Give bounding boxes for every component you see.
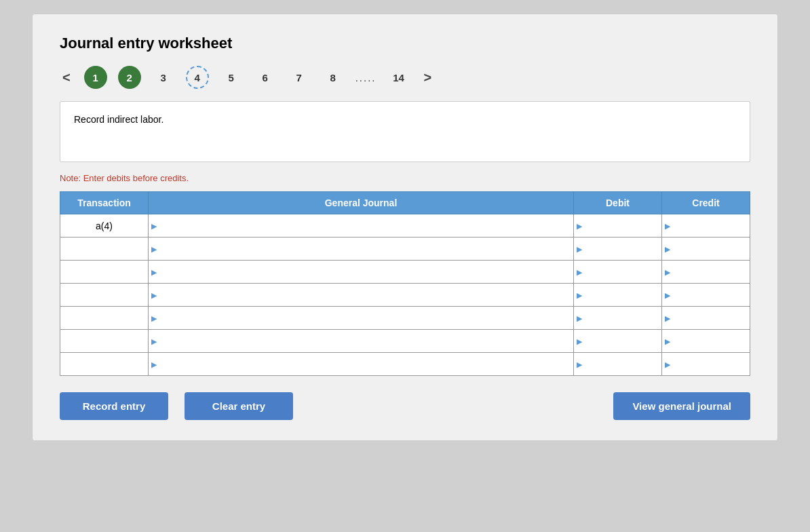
transaction-cell-7 [60,353,149,376]
page-8-button[interactable]: 8 [322,66,345,89]
debit-cell-3[interactable] [574,261,662,284]
transaction-cell-2 [60,238,149,261]
debit-cell-6[interactable] [574,330,662,353]
transaction-cell-1: a(4) [60,214,149,238]
table-row: a(4) [60,214,750,238]
page-ellipsis: ..... [355,72,377,83]
table-row [60,284,750,307]
page-3-button[interactable]: 3 [152,66,175,89]
table-row [60,353,750,376]
journal-cell-2[interactable] [149,238,574,261]
journal-cell-4[interactable] [149,284,574,307]
debit-input-6[interactable] [583,330,657,352]
debit-input-7[interactable] [583,353,657,375]
credit-cell-5[interactable] [662,307,750,330]
buttons-row: Record entry Clear entry View general jo… [60,392,750,420]
note-text: Note: Enter debits before credits. [60,173,750,183]
page-5-button[interactable]: 5 [220,66,243,89]
debit-cell-5[interactable] [574,307,662,330]
transaction-cell-6 [60,330,149,353]
debit-cell-7[interactable] [574,353,662,376]
page-1-button[interactable]: 1 [84,66,107,89]
credit-input-2[interactable] [672,238,746,260]
debit-input-2[interactable] [583,238,657,260]
page-7-button[interactable]: 7 [288,66,311,89]
credit-cell-1[interactable] [662,214,750,238]
journal-input-7[interactable] [158,353,569,375]
pagination: < 1 2 3 4 5 6 7 8 ..... 14 > [60,66,750,89]
table-row [60,238,750,261]
debit-cell-1[interactable] [574,214,662,238]
table-row [60,307,750,330]
credit-cell-4[interactable] [662,284,750,307]
journal-cell-5[interactable] [149,307,574,330]
table-row [60,330,750,353]
credit-input-5[interactable] [672,307,746,329]
col-credit: Credit [662,192,750,214]
transaction-cell-3 [60,261,149,284]
journal-cell-1[interactable] [149,214,574,238]
credit-input-7[interactable] [672,353,746,375]
transaction-cell-5 [60,307,149,330]
journal-input-4[interactable] [158,284,569,306]
prev-page-button[interactable]: < [60,70,73,86]
credit-input-3[interactable] [672,261,746,283]
journal-input-1[interactable] [158,214,569,237]
journal-cell-7[interactable] [149,353,574,376]
credit-cell-2[interactable] [662,238,750,261]
credit-cell-7[interactable] [662,353,750,376]
journal-input-6[interactable] [158,330,569,352]
journal-cell-6[interactable] [149,330,574,353]
journal-input-5[interactable] [158,307,569,329]
record-entry-button[interactable]: Record entry [60,392,168,420]
clear-entry-button[interactable]: Clear entry [185,392,293,420]
view-journal-button[interactable]: View general journal [613,392,750,420]
journal-table: Transaction General Journal Debit Credit… [60,191,750,376]
col-general-journal: General Journal [149,192,574,214]
worksheet-container: Journal entry worksheet < 1 2 3 4 5 6 7 … [32,14,778,441]
debit-input-3[interactable] [583,261,657,283]
credit-cell-6[interactable] [662,330,750,353]
debit-input-1[interactable] [583,214,657,237]
journal-cell-3[interactable] [149,261,574,284]
page-title: Journal entry worksheet [60,35,750,52]
debit-cell-2[interactable] [574,238,662,261]
col-debit: Debit [574,192,662,214]
instruction-text: Record indirect labor. [74,114,163,125]
col-transaction: Transaction [60,192,149,214]
credit-input-6[interactable] [672,330,746,352]
debit-input-5[interactable] [583,307,657,329]
table-row [60,261,750,284]
credit-input-1[interactable] [672,214,746,237]
debit-input-4[interactable] [583,284,657,306]
credit-cell-3[interactable] [662,261,750,284]
transaction-cell-4 [60,284,149,307]
debit-cell-4[interactable] [574,284,662,307]
credit-input-4[interactable] [672,284,746,306]
page-14-button[interactable]: 14 [387,66,410,89]
page-6-button[interactable]: 6 [254,66,277,89]
page-4-button[interactable]: 4 [186,66,209,89]
next-page-button[interactable]: > [421,70,435,86]
journal-input-3[interactable] [158,261,569,283]
page-2-button[interactable]: 2 [118,66,141,89]
journal-input-2[interactable] [158,238,569,260]
instruction-box: Record indirect labor. [60,101,750,162]
